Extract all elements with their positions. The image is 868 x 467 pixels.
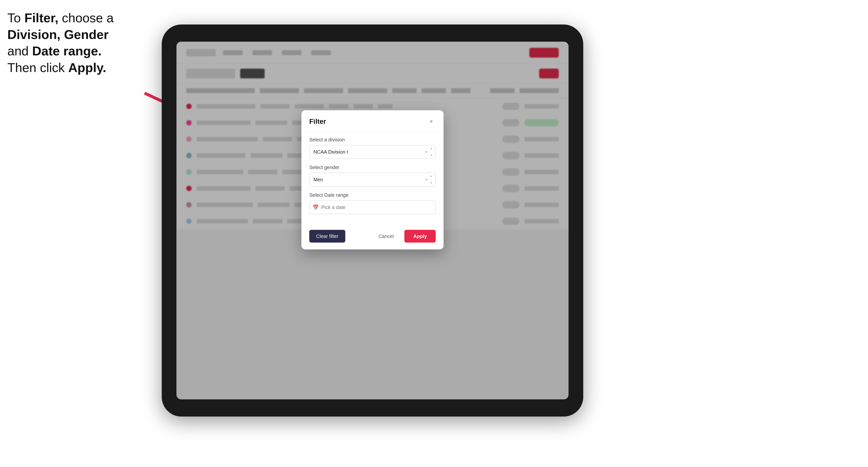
clear-filter-button[interactable]: Clear filter: [309, 230, 345, 243]
dialog-title: Filter: [309, 118, 326, 125]
division-select[interactable]: NCAA Division I NCAA Division II NCAA Di…: [309, 145, 436, 159]
division-group: Select a division NCAA Division I NCAA D…: [309, 137, 436, 159]
instruction-bold3: Date range.: [32, 44, 101, 58]
date-input-wrapper: 📅: [309, 200, 436, 214]
gender-label: Select gender: [309, 165, 436, 170]
date-group: Select Date range 📅: [309, 192, 436, 214]
dialog-close-button[interactable]: ×: [427, 117, 436, 126]
dialog-body: Select a division NCAA Division I NCAA D…: [302, 131, 443, 226]
date-input[interactable]: [309, 200, 436, 214]
instruction-part1: To: [7, 11, 24, 25]
instruction-bold4: Apply.: [68, 61, 106, 75]
dialog-footer-right: Cancel Apply: [372, 230, 436, 243]
dialog-header: Filter ×: [302, 110, 443, 131]
dialog-footer: Clear filter Cancel Apply: [302, 226, 443, 249]
filter-dialog: Filter × Select a division NCAA Division…: [302, 110, 443, 249]
gender-group: Select gender Men Women × ⌃⌄: [309, 165, 436, 186]
instruction-bold1: Filter,: [24, 11, 58, 25]
apply-button[interactable]: Apply: [404, 230, 436, 243]
instruction-part2: choose a: [62, 11, 114, 25]
instruction-part4: Then click: [7, 61, 68, 75]
cancel-button[interactable]: Cancel: [372, 230, 400, 243]
gender-select-wrapper: Men Women × ⌃⌄: [309, 173, 436, 186]
gender-clear-icon[interactable]: ×: [425, 177, 428, 182]
division-select-wrapper: NCAA Division I NCAA Division II NCAA Di…: [309, 145, 436, 159]
instruction-text: To Filter, choose a Division, Gender and…: [7, 10, 150, 76]
tablet-frame: Filter × Select a division NCAA Division…: [162, 25, 583, 416]
division-label: Select a division: [309, 137, 436, 143]
gender-select[interactable]: Men Women: [309, 173, 436, 186]
division-clear-icon[interactable]: ×: [425, 150, 428, 155]
tablet-screen: Filter × Select a division NCAA Division…: [177, 42, 568, 399]
instruction-bold2: Division, Gender: [7, 27, 108, 42]
instruction-part3: and: [7, 44, 32, 58]
date-label: Select Date range: [309, 192, 436, 198]
modal-overlay: Filter × Select a division NCAA Division…: [177, 42, 568, 399]
